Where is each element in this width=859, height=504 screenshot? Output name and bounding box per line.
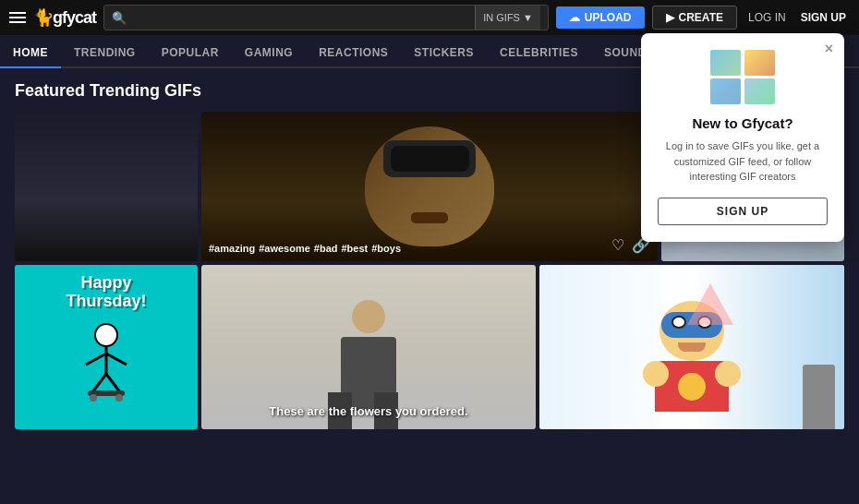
svg-line-3 [106, 354, 127, 365]
search-input[interactable] [132, 11, 469, 25]
popup-thumbnail [744, 78, 775, 104]
gif-thumbnail: HappyThursday! [15, 265, 198, 429]
tab-stickers[interactable]: STICKERS [401, 39, 487, 68]
gif-grid-bottom: HappyThursday! [15, 265, 844, 429]
popup-thumbnail [710, 78, 741, 104]
gif-item[interactable]: HappyThursday! [15, 265, 198, 429]
signup-button[interactable]: SIGN UP [797, 11, 850, 24]
main-content: Featured Trending GIFs Taylor S... #amaz… [0, 68, 859, 429]
tab-gaming[interactable]: GAMING [232, 39, 306, 68]
gif-item[interactable] [15, 112, 198, 261]
tab-trending[interactable]: TRENDING [61, 39, 149, 68]
login-button[interactable]: LOG IN [744, 11, 790, 24]
navbar: 🐈gfycat 🔍 IN GIFS ▼ ☁ UPLOAD ▶ CREATE LO… [0, 0, 859, 35]
popup-signup-button[interactable]: SIGN UP [658, 198, 828, 225]
tab-home[interactable]: HOME [0, 39, 61, 68]
gif-tag: #awesome [259, 243, 310, 254]
hamburger-menu[interactable] [9, 12, 26, 23]
popup-title: New to Gfycat? [658, 115, 828, 131]
svg-line-2 [86, 354, 106, 365]
gif-subtitle: These are the flowers you ordered. [201, 404, 536, 418]
gif-tags: #amazing #awesome #bad #best #boys [209, 243, 401, 254]
gif-item[interactable]: These are the flowers you ordered. [201, 265, 536, 429]
upload-button[interactable]: ☁ UPLOAD [556, 6, 645, 29]
gif-tag: #amazing [209, 243, 255, 254]
section-title: Featured Trending GIFs [15, 81, 201, 101]
gif-tag: #boys [371, 243, 401, 254]
popup-thumbnail [744, 50, 775, 76]
tab-reactions[interactable]: REACTIONS [306, 39, 401, 68]
popup-image-grid [710, 50, 775, 104]
svg-point-8 [115, 394, 123, 402]
popup-description: Log in to save GIFs you like, get a cust… [658, 138, 828, 185]
search-bar[interactable]: 🔍 IN GIFS ▼ [103, 5, 549, 30]
gif-item[interactable]: #amazing #awesome #bad #best #boys ♡ 🔗 [201, 112, 658, 261]
search-icon: 🔍 [112, 11, 127, 25]
new-to-gfycat-popup: × New to Gfycat? Log in to save GIFs you… [641, 33, 844, 242]
tab-celebrities[interactable]: CELEBRITIES [487, 39, 591, 68]
svg-point-7 [90, 394, 97, 402]
gif-tag: #bad [314, 243, 338, 254]
gif-tag: #best [341, 243, 368, 254]
create-button[interactable]: ▶ CREATE [652, 6, 737, 30]
gif-text: HappyThursday! [66, 274, 146, 311]
svg-point-0 [95, 324, 117, 346]
tab-popular[interactable]: POPULAR [149, 39, 232, 68]
gif-thumbnail [15, 112, 198, 261]
chevron-down-icon: ▼ [523, 12, 533, 23]
gif-thumbnail [201, 112, 658, 261]
like-icon[interactable]: ♡ [611, 236, 624, 254]
close-icon[interactable]: × [825, 41, 833, 57]
svg-line-4 [92, 374, 106, 392]
svg-line-5 [106, 374, 120, 392]
gif-item[interactable] [539, 265, 844, 429]
stick-figure-graphic [69, 318, 143, 402]
site-logo[interactable]: 🐈gfycat [33, 7, 96, 28]
search-dropdown[interactable]: IN GIFS ▼ [475, 6, 540, 30]
popup-thumbnail [710, 50, 741, 76]
upload-cloud-icon: ☁ [569, 11, 580, 24]
gif-thumbnail [539, 265, 844, 429]
create-film-icon: ▶ [666, 11, 674, 24]
